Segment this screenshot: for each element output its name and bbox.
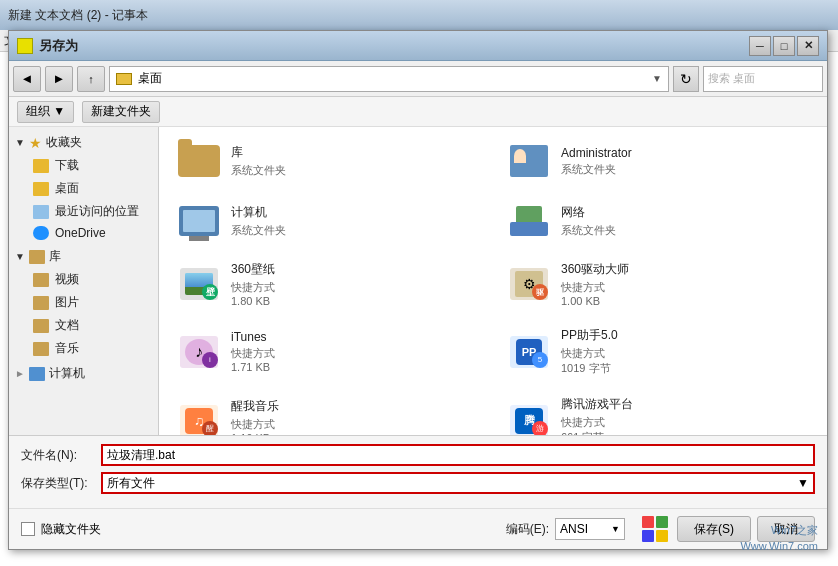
address-bar[interactable]: 桌面 ▼ <box>109 66 669 92</box>
itunes-file-icon: ♪ i <box>175 332 223 372</box>
sidebar-onedrive-label: OneDrive <box>55 226 106 240</box>
bottom-row: 隐藏文件夹 编码(E): ANSI ▼ 保存(S) 取消 <box>9 508 827 549</box>
search-placeholder: 搜索 桌面 <box>708 71 755 86</box>
network-file-info: 网络 系统文件夹 <box>561 204 811 238</box>
svg-rect-0 <box>642 516 654 528</box>
savetype-label: 保存类型(T): <box>21 475 101 492</box>
pp-file-type: 快捷方式1019 字节 <box>561 346 811 376</box>
sidebar-desktop-label: 桌面 <box>55 180 79 197</box>
sidebar-item-onedrive[interactable]: OneDrive <box>9 223 158 243</box>
360bg-file-type: 快捷方式1.80 KB <box>231 280 481 307</box>
sidebar-favorites-header[interactable]: ▼ ★ 收藏夹 <box>9 131 158 154</box>
refresh-button[interactable]: ↻ <box>673 66 699 92</box>
windows-logo-area <box>641 515 669 543</box>
file-item-network[interactable]: 网络 系统文件夹 <box>497 195 819 247</box>
pp-file-icon: PP 5 <box>505 332 553 372</box>
file-item-360bg[interactable]: 壁 360壁纸 快捷方式1.80 KB <box>167 255 489 313</box>
svg-rect-3 <box>656 530 668 542</box>
sidebar-item-download[interactable]: 下载 <box>9 154 158 177</box>
sidebar-item-music[interactable]: 音乐 <box>9 337 158 360</box>
sidebar-documents-label: 文档 <box>55 317 79 334</box>
library-file-type: 系统文件夹 <box>231 163 481 178</box>
filename-label: 文件名(N): <box>21 447 101 464</box>
sidebar: ▼ ★ 收藏夹 下载 桌面 最近访问的位置 On <box>9 127 159 435</box>
filename-input[interactable] <box>101 444 815 466</box>
recent-icon <box>33 205 49 219</box>
file-item-360drv[interactable]: ⚙ 驱 360驱动大师 快捷方式1.00 KB <box>497 255 819 313</box>
library-icon <box>29 250 45 264</box>
windows-logo-icon <box>641 515 669 543</box>
sidebar-item-documents[interactable]: 文档 <box>9 314 158 337</box>
pp-file-info: PP助手5.0 快捷方式1019 字节 <box>561 327 811 376</box>
sidebar-music-label: 音乐 <box>55 340 79 357</box>
library-file-name: 库 <box>231 144 481 161</box>
network-file-icon <box>505 201 553 241</box>
computer-file-type: 系统文件夹 <box>231 223 481 238</box>
close-button[interactable]: ✕ <box>797 36 819 56</box>
admin-file-name: Administrator <box>561 146 811 160</box>
search-box[interactable]: 搜索 桌面 <box>703 66 823 92</box>
pp-file-name: PP助手5.0 <box>561 327 811 344</box>
download-folder-icon <box>33 159 49 173</box>
360drv-file-name: 360驱动大师 <box>561 261 811 278</box>
back-button[interactable]: ◄ <box>13 66 41 92</box>
sidebar-item-recent[interactable]: 最近访问的位置 <box>9 200 158 223</box>
documents-icon <box>33 319 49 333</box>
encoding-value: ANSI <box>560 522 588 536</box>
hidden-folder-checkbox[interactable] <box>21 522 35 536</box>
encoding-select[interactable]: ANSI ▼ <box>555 518 625 540</box>
watermark: Win7之家Www.Win7.com <box>740 523 818 554</box>
desktop-folder-icon <box>33 182 49 196</box>
dialog-subtoolbar: 组织 ▼ 新建文件夹 <box>9 97 827 127</box>
pictures-icon <box>33 296 49 310</box>
sidebar-recent-label: 最近访问的位置 <box>55 203 139 220</box>
360bg-file-name: 360壁纸 <box>231 261 481 278</box>
sidebar-computer-header[interactable]: ► 计算机 <box>9 362 158 385</box>
savetype-field: 保存类型(T): 所有文件 ▼ <box>21 472 815 494</box>
sidebar-item-video[interactable]: 视频 <box>9 268 158 291</box>
sidebar-library-label: 库 <box>49 248 61 265</box>
computer-file-icon <box>175 201 223 241</box>
music-file-type: 快捷方式1.16 KB <box>231 417 481 436</box>
address-dropdown-icon[interactable]: ▼ <box>652 73 662 84</box>
up-button[interactable]: ↑ <box>77 66 105 92</box>
computer-file-info: 计算机 系统文件夹 <box>231 204 481 238</box>
encoding-arrow-icon: ▼ <box>611 524 620 534</box>
music-file-icon: ♫ 醒 <box>175 401 223 436</box>
tencent-file-type: 快捷方式661 字节 <box>561 415 811 435</box>
address-folder-icon <box>116 73 132 85</box>
dialog-bottom: 文件名(N): 保存类型(T): 所有文件 ▼ <box>9 435 827 508</box>
minimize-button[interactable]: ─ <box>749 36 771 56</box>
admin-file-info: Administrator 系统文件夹 <box>561 146 811 177</box>
onedrive-icon <box>33 226 49 240</box>
file-item-tencent[interactable]: 腾 游 腾讯游戏平台 快捷方式661 字节 <box>497 390 819 435</box>
360drv-file-type: 快捷方式1.00 KB <box>561 280 811 307</box>
sidebar-library-header[interactable]: ▼ 库 <box>9 245 158 268</box>
file-item-itunes[interactable]: ♪ i iTunes 快捷方式1.71 KB <box>167 321 489 382</box>
dialog-titlebar: 另存为 ─ □ ✕ <box>9 31 827 61</box>
encoding-section: 编码(E): ANSI ▼ <box>506 518 625 540</box>
maximize-button[interactable]: □ <box>773 36 795 56</box>
organize-button[interactable]: 组织 ▼ <box>17 101 74 123</box>
360drv-file-info: 360驱动大师 快捷方式1.00 KB <box>561 261 811 307</box>
new-folder-button[interactable]: 新建文件夹 <box>82 101 160 123</box>
savetype-select[interactable]: 所有文件 ▼ <box>101 472 815 494</box>
savetype-arrow-icon: ▼ <box>797 476 809 490</box>
bg-title: 新建 文本文档 (2) - 记事本 <box>8 7 148 24</box>
file-item-computer[interactable]: 计算机 系统文件夹 <box>167 195 489 247</box>
music-file-info: 醒我音乐 快捷方式1.16 KB <box>231 398 481 436</box>
video-icon <box>33 273 49 287</box>
forward-button[interactable]: ► <box>45 66 73 92</box>
tencent-file-icon: 腾 游 <box>505 401 553 436</box>
sidebar-favorites-label: 收藏夹 <box>46 134 82 151</box>
sidebar-item-desktop[interactable]: 桌面 <box>9 177 158 200</box>
encoding-label: 编码(E): <box>506 521 549 538</box>
file-item-music[interactable]: ♫ 醒 醒我音乐 快捷方式1.16 KB <box>167 390 489 435</box>
file-item-library[interactable]: 库 系统文件夹 <box>167 135 489 187</box>
file-item-administrator[interactable]: Administrator 系统文件夹 <box>497 135 819 187</box>
sidebar-item-pictures[interactable]: 图片 <box>9 291 158 314</box>
dialog-title: 另存为 <box>39 37 78 55</box>
file-item-pp[interactable]: PP 5 PP助手5.0 快捷方式1019 字节 <box>497 321 819 382</box>
360drv-file-icon: ⚙ 驱 <box>505 264 553 304</box>
360bg-file-info: 360壁纸 快捷方式1.80 KB <box>231 261 481 307</box>
